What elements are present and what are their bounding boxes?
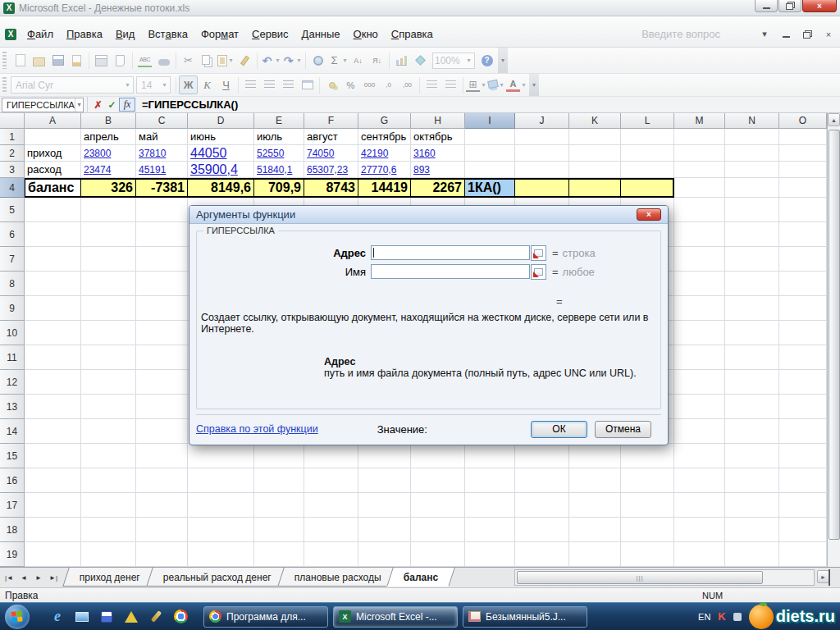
cell-I19[interactable] [465, 542, 515, 567]
cell-E19[interactable] [254, 542, 304, 567]
cell-F4[interactable]: 8743 [304, 178, 358, 198]
cell-M16[interactable] [674, 468, 725, 493]
kaspersky-icon[interactable]: K [718, 610, 725, 623]
cell-K4[interactable] [569, 178, 621, 198]
cell-O10[interactable] [779, 321, 827, 345]
cell-A11[interactable] [25, 345, 81, 370]
cell-L15[interactable] [621, 444, 674, 468]
cell-A3[interactable]: расход [25, 162, 81, 178]
vertical-scroll-thumb[interactable] [829, 130, 840, 540]
cell-L17[interactable] [621, 493, 674, 518]
save-app-icon[interactable] [98, 609, 115, 625]
cell-K1[interactable] [569, 129, 621, 145]
row-header-11[interactable]: 11 [0, 345, 25, 370]
hyperlink-button[interactable] [308, 51, 327, 70]
cell-F1[interactable]: август [304, 129, 358, 145]
maximize-button[interactable] [778, 0, 801, 12]
cell-J3[interactable] [515, 162, 569, 178]
row-header-8[interactable]: 8 [0, 272, 25, 296]
cell-H3[interactable]: 893 [411, 162, 465, 178]
cell-D16[interactable] [188, 468, 254, 493]
currency-button[interactable] [322, 75, 341, 94]
cell-N10[interactable] [725, 321, 779, 345]
first-sheet-button[interactable]: |◄ [2, 570, 16, 585]
open-button[interactable] [30, 51, 48, 70]
scroll-up-button[interactable]: ▲ [828, 113, 840, 126]
cell-O11[interactable] [779, 345, 827, 370]
address-input[interactable] [371, 245, 530, 260]
chart-button[interactable] [392, 51, 411, 70]
cell-O5[interactable] [779, 198, 827, 222]
cell-O6[interactable] [779, 222, 827, 247]
cell-D3[interactable]: 35900,4 [188, 162, 254, 178]
cell-A5[interactable] [25, 198, 81, 222]
sheet-tab[interactable]: реальный расход денег [146, 568, 288, 587]
permission-button[interactable] [67, 51, 86, 70]
cell-M11[interactable] [674, 345, 725, 370]
horizontal-scroll-thumb[interactable]: ||| [517, 571, 763, 584]
cell-K3[interactable] [569, 162, 621, 178]
cell-A19[interactable] [25, 542, 81, 567]
bold-button[interactable]: Ж [179, 75, 198, 94]
cell-H1[interactable]: октябрь [411, 129, 465, 145]
cell-H4[interactable]: 2267 [411, 178, 465, 198]
cell-B1[interactable]: апрель [81, 129, 136, 145]
cell-N16[interactable] [725, 468, 779, 493]
tray-misc-icon[interactable] [733, 613, 742, 621]
menu-item[interactable]: Вид [109, 25, 142, 43]
cell-F17[interactable] [304, 493, 358, 518]
cell-M15[interactable] [674, 444, 725, 468]
question-dropdown-icon[interactable]: ▾ [758, 29, 771, 39]
cell-O8[interactable] [779, 272, 827, 296]
menu-item[interactable]: Файл [21, 25, 60, 43]
save-button[interactable] [48, 51, 67, 70]
sort-desc-button[interactable]: Я↓ [368, 51, 386, 70]
grid-corner[interactable] [0, 113, 25, 129]
cell-N8[interactable] [725, 272, 779, 296]
menu-item[interactable]: Справка [385, 25, 440, 43]
cell-A9[interactable] [25, 296, 81, 321]
percent-button[interactable]: % [341, 75, 360, 94]
cell-N9[interactable] [725, 296, 779, 321]
cut-button[interactable]: ✂ [179, 51, 198, 70]
cell-L3[interactable] [621, 162, 674, 178]
font-combobox[interactable]: Arial Cyr ▾ [11, 76, 134, 94]
cell-A2[interactable]: приход [25, 145, 81, 162]
cell-C15[interactable] [136, 444, 188, 468]
cell-M4[interactable] [674, 178, 725, 198]
cell-N14[interactable] [725, 419, 779, 444]
cell-G1[interactable]: сентябрь [358, 129, 411, 145]
doc-minimize-button[interactable] [779, 31, 792, 38]
cell-I16[interactable] [465, 468, 515, 493]
cell-O9[interactable] [779, 296, 827, 321]
inc-indent-button[interactable] [441, 75, 460, 94]
cell-N5[interactable] [725, 198, 779, 222]
cell-M17[interactable] [674, 493, 725, 518]
cell-A18[interactable] [25, 518, 81, 542]
dropdown-arrow-icon[interactable]: ▾ [161, 81, 168, 89]
cell-N6[interactable] [725, 222, 779, 247]
cell-A12[interactable] [25, 370, 81, 395]
cell-O2[interactable] [779, 145, 827, 162]
vertical-scrollbar[interactable]: ▲ [827, 113, 840, 567]
align-right-button[interactable] [279, 75, 298, 94]
fontcolor-button[interactable]: А▾ [506, 75, 527, 94]
row-header-13[interactable]: 13 [0, 395, 25, 419]
row-header-2[interactable]: 2 [0, 145, 25, 162]
cell-C5[interactable] [136, 198, 188, 222]
research-button[interactable] [154, 51, 173, 70]
address-range-selector-button[interactable] [531, 245, 546, 261]
row-header-14[interactable]: 14 [0, 419, 25, 444]
row-header-6[interactable]: 6 [0, 222, 25, 247]
scroll-right-button[interactable]: ► [817, 570, 829, 583]
cell-G3[interactable]: 27770,6 [358, 162, 411, 178]
tab-split-handle[interactable] [829, 569, 830, 586]
cell-D15[interactable] [188, 444, 254, 468]
cell-G15[interactable] [358, 444, 411, 468]
cell-B10[interactable] [81, 321, 136, 345]
cell-O3[interactable] [779, 162, 827, 178]
column-header-O[interactable]: O [779, 113, 827, 129]
last-sheet-button[interactable]: ►| [46, 570, 61, 585]
cell-H2[interactable]: 3160 [411, 145, 465, 162]
cell-C1[interactable]: май [136, 129, 188, 145]
